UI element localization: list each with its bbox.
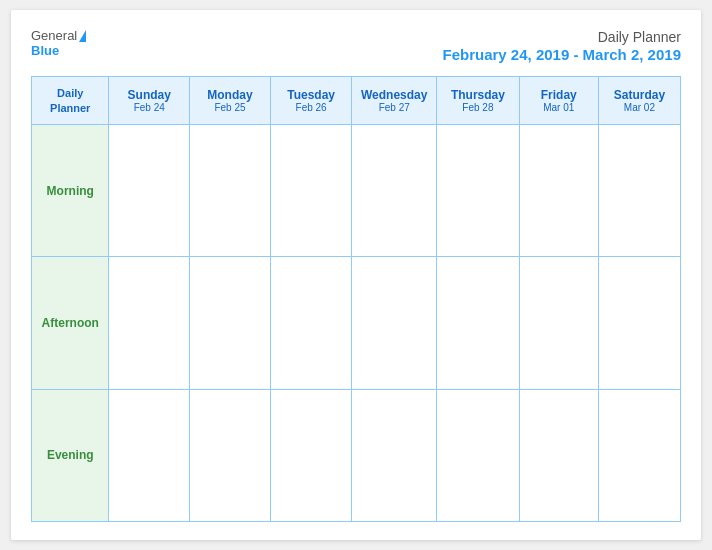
logo: General Blue [31,28,86,58]
column-header-sunday: Sunday Feb 24 [109,77,190,125]
header: General Blue Daily Planner February 24, … [31,28,681,64]
header-label: Daily Planner [50,87,90,113]
cell-morning-sunday[interactable] [109,125,190,257]
column-header-monday: Monday Feb 25 [190,77,271,125]
column-header-friday: Friday Mar 01 [519,77,598,125]
day-date-saturday: Mar 02 [603,102,676,113]
table-row-morning: Morning [32,125,681,257]
cell-morning-wednesday[interactable] [352,125,437,257]
row-label-evening: Evening [32,389,109,521]
row-label-afternoon: Afternoon [32,257,109,389]
day-name-saturday: Saturday [603,88,676,102]
column-header-wednesday: Wednesday Feb 27 [352,77,437,125]
cell-evening-friday[interactable] [519,389,598,521]
table-row-evening: Evening [32,389,681,521]
column-header-label: Daily Planner [32,77,109,125]
logo-blue-text: Blue [31,43,59,58]
column-header-thursday: Thursday Feb 28 [437,77,520,125]
row-label-morning: Morning [32,125,109,257]
cell-evening-monday[interactable] [190,389,271,521]
cell-morning-friday[interactable] [519,125,598,257]
day-name-thursday: Thursday [441,88,515,102]
cell-morning-saturday[interactable] [598,125,680,257]
day-date-tuesday: Feb 26 [275,102,347,113]
app-title: Daily Planner [598,29,681,45]
date-range: February 24, 2019 - March 2, 2019 [443,46,681,63]
cell-evening-saturday[interactable] [598,389,680,521]
cell-afternoon-wednesday[interactable] [352,257,437,389]
cell-morning-monday[interactable] [190,125,271,257]
cell-evening-wednesday[interactable] [352,389,437,521]
day-name-monday: Monday [194,88,266,102]
day-date-friday: Mar 01 [524,102,594,113]
day-date-thursday: Feb 28 [441,102,515,113]
cell-afternoon-monday[interactable] [190,257,271,389]
day-name-sunday: Sunday [113,88,185,102]
cell-afternoon-tuesday[interactable] [270,257,351,389]
logo-general-text: General [31,28,77,43]
cell-afternoon-friday[interactable] [519,257,598,389]
table-row-afternoon: Afternoon [32,257,681,389]
day-date-sunday: Feb 24 [113,102,185,113]
day-name-friday: Friday [524,88,594,102]
day-date-wednesday: Feb 27 [356,102,432,113]
cell-evening-sunday[interactable] [109,389,190,521]
cell-morning-tuesday[interactable] [270,125,351,257]
cell-afternoon-saturday[interactable] [598,257,680,389]
day-date-monday: Feb 25 [194,102,266,113]
page: General Blue Daily Planner February 24, … [11,10,701,540]
cell-evening-thursday[interactable] [437,389,520,521]
day-name-tuesday: Tuesday [275,88,347,102]
logo-triangle-icon [79,30,86,42]
column-header-saturday: Saturday Mar 02 [598,77,680,125]
cell-morning-thursday[interactable] [437,125,520,257]
day-name-wednesday: Wednesday [356,88,432,102]
header-title: Daily Planner February 24, 2019 - March … [443,28,681,64]
cell-evening-tuesday[interactable] [270,389,351,521]
calendar-table: Daily Planner Sunday Feb 24 Monday Feb 2… [31,76,681,522]
cell-afternoon-sunday[interactable] [109,257,190,389]
column-header-tuesday: Tuesday Feb 26 [270,77,351,125]
cell-afternoon-thursday[interactable] [437,257,520,389]
